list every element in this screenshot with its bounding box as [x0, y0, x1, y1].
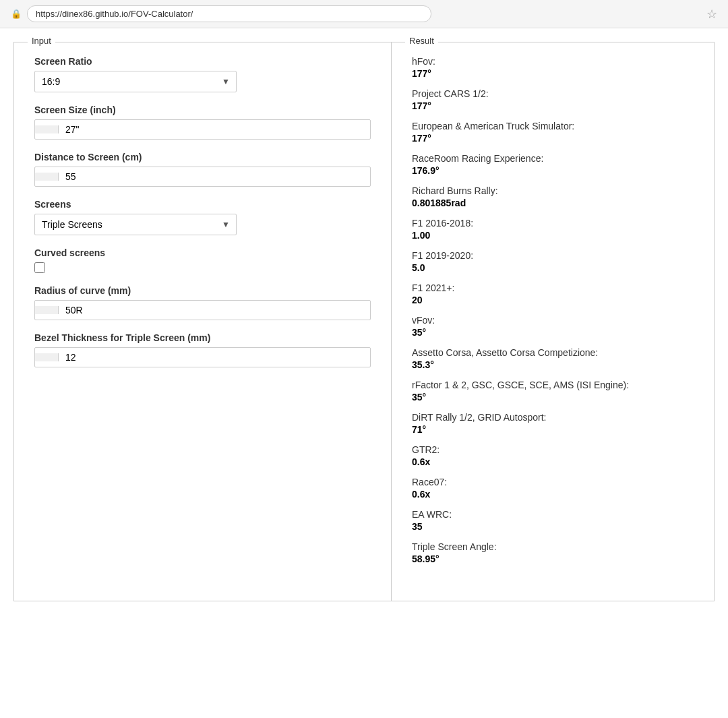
browser-bar: 🔒 https://dinex86.github.io/FOV-Calculat… [0, 0, 728, 28]
result-row: vFov:35° [412, 315, 694, 338]
result-label: vFov: [412, 315, 694, 326]
result-value: 35.3° [412, 359, 694, 370]
bezel-label: Bezel Thickness for Triple Screen (mm) [34, 332, 371, 343]
result-label: F1 2019-2020: [412, 250, 694, 261]
screens-select-wrapper: Single Screen Triple Screens ▼ [34, 214, 237, 235]
result-value: 0.801885rad [412, 198, 694, 208]
result-row: DiRT Rally 1/2, GRID Autosport:71° [412, 412, 694, 435]
result-row: GTR2:0.6x [412, 444, 694, 467]
bezel-input[interactable] [59, 348, 370, 367]
result-label: Race07: [412, 477, 694, 487]
result-label: GTR2: [412, 444, 694, 455]
result-label: Richard Burns Rally: [412, 185, 694, 196]
result-label: EA WRC: [412, 509, 694, 520]
result-label: RaceRoom Racing Experience: [412, 153, 694, 164]
result-label: Project CARS 1/2: [412, 88, 694, 99]
result-value: 0.6x [412, 489, 694, 500]
input-panel: Input Screen Ratio 4:3 16:9 21:9 32:9 ▼ [14, 42, 392, 601]
results-container: hFov:177°Project CARS 1/2:177°European &… [412, 56, 694, 564]
screen-ratio-label: Screen Ratio [34, 56, 371, 67]
result-value: 71° [412, 424, 694, 435]
result-label: DiRT Rally 1/2, GRID Autosport: [412, 412, 694, 423]
screens-select[interactable]: Single Screen Triple Screens [34, 214, 237, 235]
curved-screens-group: Curved screens [34, 247, 371, 273]
result-panel-title: Result [405, 36, 438, 46]
result-value: 5.0 [412, 262, 694, 273]
result-row: EA WRC:35 [412, 509, 694, 532]
result-row: F1 2019-2020:5.0 [412, 250, 694, 273]
bezel-group: Bezel Thickness for Triple Screen (mm) [34, 332, 371, 367]
screen-size-input[interactable] [59, 120, 370, 139]
distance-input[interactable] [59, 167, 370, 186]
result-label: F1 2016-2018: [412, 218, 694, 229]
screen-ratio-select[interactable]: 4:3 16:9 21:9 32:9 [34, 71, 237, 92]
screens-label: Screens [34, 199, 371, 210]
curved-screens-checkbox[interactable] [34, 262, 45, 273]
result-row: rFactor 1 & 2, GSC, GSCE, SCE, AMS (ISI … [412, 380, 694, 402]
result-label: Triple Screen Angle: [412, 541, 694, 552]
result-value: 58.95° [412, 554, 694, 564]
result-panel: Result hFov:177°Project CARS 1/2:177°Eur… [392, 42, 714, 601]
radius-label: Radius of curve (mm) [34, 285, 371, 296]
screen-size-label: Screen Size (inch) [34, 104, 371, 115]
bookmark-star-icon[interactable]: ☆ [706, 7, 717, 22]
screen-size-group: Screen Size (inch) [34, 104, 371, 140]
result-value: 35° [412, 392, 694, 402]
curved-screens-label: Curved screens [34, 247, 371, 258]
result-value: 176.9° [412, 165, 694, 176]
result-value: 20 [412, 295, 694, 305]
result-row: Assetto Corsa, Assetto Corsa Competizion… [412, 347, 694, 370]
screen-ratio-select-wrapper: 4:3 16:9 21:9 32:9 ▼ [34, 71, 237, 92]
bezel-prefix [35, 353, 59, 361]
result-row: Triple Screen Angle:58.95° [412, 541, 694, 564]
result-row: F1 2021+:20 [412, 282, 694, 305]
result-row: hFov:177° [412, 56, 694, 79]
result-label: European & American Truck Simulator: [412, 121, 694, 131]
result-label: Assetto Corsa, Assetto Corsa Competizion… [412, 347, 694, 358]
radius-prefix [35, 306, 59, 314]
result-value: 177° [412, 100, 694, 111]
url-bar[interactable]: https://dinex86.github.io/FOV-Calculator… [27, 5, 431, 22]
screen-size-input-wrapper [34, 119, 371, 140]
radius-input-wrapper [34, 300, 371, 320]
distance-prefix [35, 173, 59, 181]
result-row: Richard Burns Rally:0.801885rad [412, 185, 694, 208]
result-row: Race07:0.6x [412, 477, 694, 500]
result-row: F1 2016-2018:1.00 [412, 218, 694, 241]
result-value: 177° [412, 68, 694, 79]
radius-input[interactable] [59, 301, 370, 320]
result-value: 177° [412, 133, 694, 144]
bezel-input-wrapper [34, 347, 371, 367]
result-value: 35° [412, 327, 694, 338]
result-value: 35 [412, 521, 694, 532]
result-label: rFactor 1 & 2, GSC, GSCE, SCE, AMS (ISI … [412, 380, 694, 390]
result-value: 1.00 [412, 230, 694, 241]
page-content: Input Screen Ratio 4:3 16:9 21:9 32:9 ▼ [13, 42, 715, 601]
screen-size-prefix [35, 125, 59, 133]
input-panel-title: Input [28, 36, 55, 46]
distance-input-wrapper [34, 167, 371, 187]
lock-icon: 🔒 [11, 9, 22, 19]
screens-group: Screens Single Screen Triple Screens ▼ [34, 199, 371, 235]
distance-label: Distance to Screen (cm) [34, 152, 371, 162]
result-label: hFov: [412, 56, 694, 67]
radius-group: Radius of curve (mm) [34, 285, 371, 320]
distance-group: Distance to Screen (cm) [34, 152, 371, 187]
result-row: RaceRoom Racing Experience:176.9° [412, 153, 694, 176]
result-value: 0.6x [412, 456, 694, 467]
result-row: Project CARS 1/2:177° [412, 88, 694, 111]
main-layout: Input Screen Ratio 4:3 16:9 21:9 32:9 ▼ [13, 42, 715, 601]
result-label: F1 2021+: [412, 282, 694, 293]
screen-ratio-group: Screen Ratio 4:3 16:9 21:9 32:9 ▼ [34, 56, 371, 92]
curved-screens-checkbox-row [34, 262, 371, 273]
result-row: European & American Truck Simulator:177° [412, 121, 694, 144]
